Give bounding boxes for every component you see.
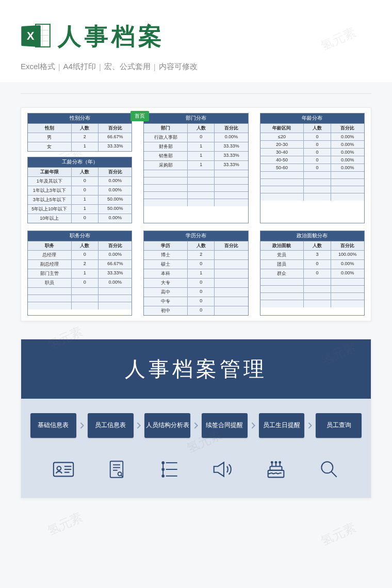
home-badge[interactable]: 首页 — [130, 111, 149, 121]
list-icon — [156, 455, 184, 483]
svg-point-12 — [162, 468, 164, 470]
flow-contract-reminder[interactable]: 续签合同提醒 — [202, 413, 248, 438]
management-panel: 人事档案管理 基础信息表 员工信息表 人员结构分析表 续签合同提醒 员工生日提醒… — [21, 339, 371, 498]
id-card-icon — [50, 455, 77, 483]
chevron-right-icon — [304, 421, 316, 430]
svg-rect-19 — [270, 466, 282, 470]
preview-card: 首页 性别分布性别人数百分比男266.67%女133.33% 工龄分布（年）工龄… — [21, 107, 371, 321]
svg-point-14 — [162, 475, 164, 477]
divider — [21, 93, 371, 94]
flow-employee-info[interactable]: 员工信息表 — [88, 413, 134, 438]
chevron-right-icon — [190, 421, 202, 430]
svg-point-1 — [57, 466, 61, 470]
svg-point-24 — [275, 462, 276, 463]
svg-point-23 — [271, 462, 272, 463]
cake-icon — [262, 455, 290, 483]
tenure-table: 工龄分布（年）工龄年限人数百分比1年及其以下00.00%1年以上3年以下00.0… — [27, 157, 132, 223]
subtitle: Excel格式| A4纸打印| 宏、公式套用| 内容可修改 — [21, 62, 371, 72]
svg-point-26 — [321, 462, 333, 473]
speaker-icon — [209, 455, 237, 483]
flow-employee-query[interactable]: 员工查询 — [316, 413, 362, 438]
svg-point-25 — [279, 462, 281, 463]
svg-line-27 — [331, 472, 336, 477]
position-table: 职务分布职务人数百分比总经理00.00%副总经理266.67%部门主管133.3… — [27, 231, 132, 316]
flow-basic-info[interactable]: 基础信息表 — [30, 413, 76, 438]
header: X 人事档案 Excel格式| A4纸打印| 宏、公式套用| 内容可修改 — [0, 0, 392, 82]
flow-birthday-reminder[interactable]: 员工生日提醒 — [259, 413, 305, 438]
chevron-right-icon — [76, 421, 88, 430]
flow-row: 基础信息表 员工信息表 人员结构分析表 续签合同提醒 员工生日提醒 员工查询 — [21, 413, 371, 438]
edu-table: 学历分布学历人数百分比博士2硕士0本科1大专0高中0中专0初中0 — [143, 231, 248, 316]
search-icon — [315, 455, 343, 483]
excel-icon: X — [21, 22, 51, 52]
political-table: 政治面貌分布政治面貌人数百分比党员3100.00%团员00.00%群众00.00… — [260, 231, 365, 316]
dept-table: 部门分布部门人数百分比行政人事部00.00%财务部133.33%销售部133.3… — [143, 113, 248, 223]
gender-table: 性别分布性别人数百分比男266.67%女133.33% — [27, 113, 132, 152]
chevron-right-icon — [134, 421, 145, 430]
flow-structure-analysis[interactable]: 人员结构分析表 — [144, 413, 190, 438]
age-table: 年龄分布年龄区间人数百分比≤2000.00%20-3000.00%30-4000… — [260, 113, 365, 223]
chevron-right-icon — [248, 421, 259, 430]
svg-point-10 — [162, 462, 164, 464]
watermark: 氢元素 — [45, 509, 86, 539]
svg-point-9 — [118, 472, 121, 476]
page-title: 人事档案 — [58, 21, 165, 53]
document-icon — [103, 455, 130, 483]
panel-title: 人事档案管理 — [21, 339, 371, 399]
watermark: 氢元素 — [318, 519, 359, 549]
